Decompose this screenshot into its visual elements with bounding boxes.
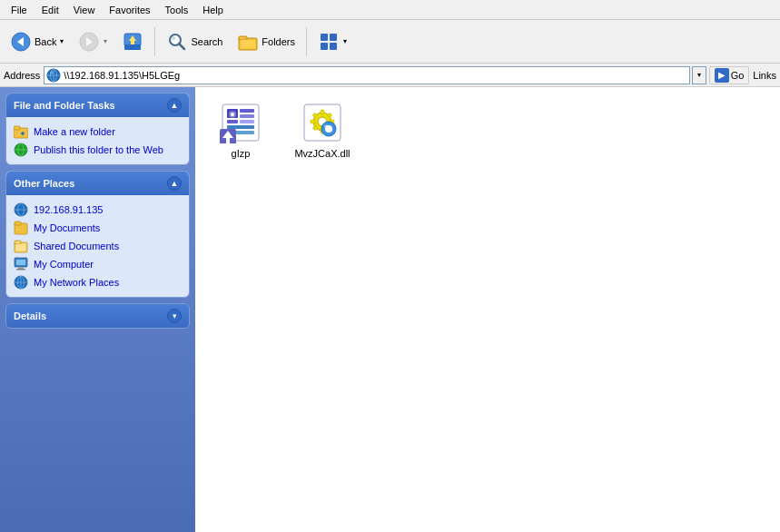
svg-rect-53 [227, 125, 254, 129]
details-section: Details ▾ [5, 303, 190, 329]
other-places-collapse-btn[interactable]: ▲ [167, 176, 182, 191]
menu-favorites[interactable]: Favorites [102, 3, 157, 17]
svg-rect-35 [15, 222, 21, 225]
forward-icon [78, 31, 100, 53]
file-icon-gizp [219, 101, 262, 144]
file-label-gizp: gIzp [232, 148, 251, 159]
search-icon [166, 31, 188, 53]
svg-rect-65 [311, 120, 315, 123]
my-computer-link[interactable]: My Computer [14, 255, 182, 273]
toolbar-sep-2 [306, 27, 307, 56]
address-input[interactable] [64, 70, 686, 81]
my-network-text: My Network Places [34, 277, 119, 288]
forward-button[interactable]: ▾ [72, 25, 114, 59]
search-button[interactable]: Search [160, 25, 229, 59]
back-button[interactable]: Back ▾ [4, 25, 70, 59]
toolbar-sep-1 [154, 27, 155, 56]
folders-label: Folders [262, 36, 295, 47]
back-dropdown-arrow: ▾ [60, 37, 64, 45]
my-computer-icon [14, 257, 28, 271]
details-collapse-btn[interactable]: ▾ [167, 309, 182, 323]
file-icon-mvzjcax [301, 101, 344, 144]
shared-documents-link[interactable]: Shared Documents [14, 237, 182, 255]
svg-rect-40 [16, 260, 25, 265]
other-places-section: Other Places ▲ 192.168.91.135 [5, 171, 190, 298]
svg-rect-51 [227, 120, 238, 123]
publish-web-text: Publish this folder to the Web [34, 143, 163, 156]
publish-web-link[interactable]: Publish this folder to the Web [14, 141, 182, 159]
svg-rect-18 [330, 43, 337, 50]
network-share-link[interactable]: 192.168.91.135 [14, 201, 182, 219]
menu-file[interactable]: File [4, 3, 35, 17]
my-network-link[interactable]: My Network Places [14, 273, 182, 291]
back-label: Back [35, 36, 56, 47]
my-network-icon [14, 275, 28, 290]
toolbar: Back ▾ ▾ [0, 20, 780, 64]
views-button[interactable]: ▾ [311, 25, 353, 59]
svg-rect-13 [239, 36, 247, 40]
svg-rect-37 [15, 241, 21, 244]
file-content-area: gIzp [195, 87, 780, 532]
folders-button[interactable]: Folders [231, 25, 301, 59]
file-folder-tasks-collapse-btn[interactable]: ▲ [167, 98, 182, 113]
address-label: Address [4, 70, 40, 81]
shared-documents-icon [14, 239, 28, 253]
svg-rect-52 [240, 120, 254, 123]
other-places-title: Other Places [14, 178, 74, 189]
svg-rect-41 [18, 267, 24, 269]
forward-dropdown-arrow: ▾ [104, 37, 107, 45]
file-folder-tasks-section: File and Folder Tasks ▲ Make a new folde… [5, 93, 190, 165]
file-label-mvzjcax: MvzJCaX.dll [294, 148, 350, 159]
go-label: Go [731, 70, 745, 81]
network-share-icon [14, 202, 28, 217]
up-button[interactable] [115, 25, 150, 59]
file-item-gizp[interactable]: gIzp [204, 96, 277, 163]
address-input-wrapper [44, 66, 689, 84]
globe-icon [14, 143, 28, 157]
svg-rect-49 [240, 109, 254, 113]
menu-view[interactable]: View [66, 3, 103, 17]
svg-rect-42 [16, 269, 25, 271]
address-dropdown[interactable]: ▾ [692, 66, 706, 84]
svg-point-11 [172, 35, 175, 40]
make-new-folder-text: Make a new folder [34, 126, 115, 137]
my-documents-text: My Documents [34, 222, 100, 233]
svg-rect-59 [226, 138, 230, 143]
file-folder-tasks-body: Make a new folder Publish this folder to… [6, 117, 189, 164]
menu-help[interactable]: Help [195, 3, 231, 17]
addressbar: Address ▾ ▶ Go Links [0, 64, 780, 87]
my-documents-icon [14, 221, 28, 235]
menu-edit[interactable]: Edit [35, 3, 66, 17]
file-folder-tasks-title: File and Folder Tasks [14, 100, 115, 111]
details-title: Details [14, 310, 46, 321]
svg-rect-38 [16, 244, 25, 251]
menu-tools[interactable]: Tools [158, 3, 196, 17]
file-item-mvzjcax[interactable]: MvzJCaX.dll [286, 96, 359, 163]
up-icon [122, 31, 143, 53]
svg-rect-5 [124, 44, 141, 50]
svg-point-23 [50, 71, 54, 74]
svg-rect-16 [330, 34, 337, 41]
links-label: Links [753, 70, 776, 81]
other-places-body: 192.168.91.135 My Documents [6, 195, 189, 297]
main-area: File and Folder Tasks ▲ Make a new folde… [0, 87, 780, 532]
details-header[interactable]: Details ▾ [6, 304, 189, 328]
search-label: Search [191, 36, 222, 47]
menubar: File Edit View Favorites Tools Help [0, 0, 780, 20]
my-documents-link[interactable]: My Documents [14, 219, 182, 237]
make-new-folder-link[interactable]: Make a new folder [14, 123, 182, 141]
go-arrow-icon: ▶ [715, 68, 729, 83]
back-icon [10, 31, 32, 53]
svg-point-56 [231, 113, 234, 116]
svg-rect-25 [14, 126, 20, 130]
folder-new-icon [14, 124, 28, 139]
svg-rect-63 [321, 110, 324, 114]
go-button[interactable]: ▶ Go [709, 66, 750, 84]
svg-rect-17 [321, 43, 328, 50]
views-icon [318, 31, 340, 53]
svg-rect-50 [240, 114, 254, 118]
file-folder-tasks-header[interactable]: File and Folder Tasks ▲ [6, 94, 189, 117]
other-places-header[interactable]: Other Places ▲ [6, 172, 189, 195]
address-globe-icon [46, 68, 61, 83]
shared-documents-text: Shared Documents [34, 241, 119, 251]
